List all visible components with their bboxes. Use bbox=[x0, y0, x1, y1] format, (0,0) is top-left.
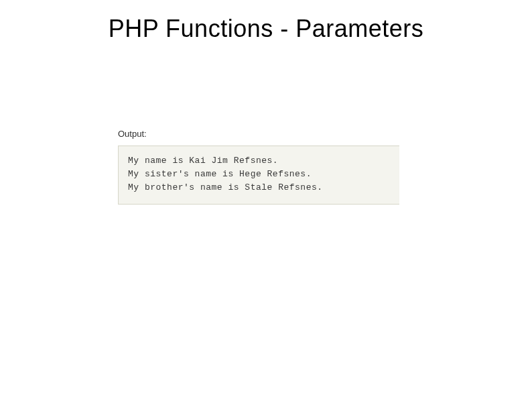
page-title: PHP Functions - Parameters bbox=[0, 15, 532, 43]
output-line: My sister's name is Hege Refsnes. bbox=[128, 169, 312, 179]
output-line: My brother's name is Stale Refsnes. bbox=[128, 182, 323, 192]
code-output-box: My name is Kai Jim Refsnes. My sister's … bbox=[118, 146, 399, 205]
output-label: Output: bbox=[118, 129, 399, 139]
output-section: Output: My name is Kai Jim Refsnes. My s… bbox=[118, 129, 399, 205]
output-line: My name is Kai Jim Refsnes. bbox=[128, 156, 278, 166]
slide: PHP Functions - Parameters Output: My na… bbox=[0, 0, 532, 399]
